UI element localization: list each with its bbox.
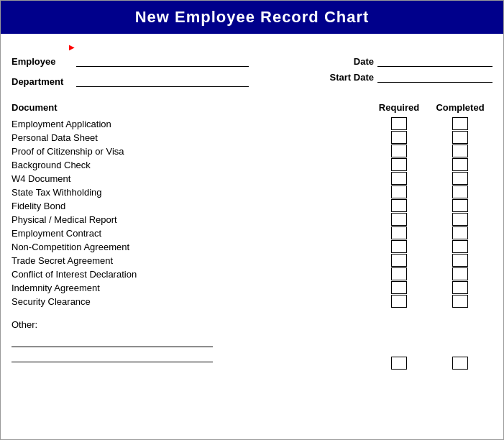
completed-checkbox-5[interactable] xyxy=(452,185,468,198)
required-checkbox-3[interactable] xyxy=(391,158,407,171)
completed-checkbox-10[interactable] xyxy=(452,254,468,267)
doc-item-name: Employment Application xyxy=(12,118,370,130)
doc-row: Conflict of Interest Declaration xyxy=(12,267,492,280)
completed-checkbox-cell xyxy=(428,267,492,280)
required-checkbox-10[interactable] xyxy=(391,254,407,267)
completed-checkbox-cell xyxy=(428,172,492,185)
completed-checkbox-6[interactable] xyxy=(452,199,468,212)
completed-checkbox-cell xyxy=(428,131,492,144)
completed-checkbox-cell xyxy=(428,226,492,239)
required-checkbox-0[interactable] xyxy=(391,117,407,130)
doc-item-name: State Tax Withholding xyxy=(12,186,370,198)
doc-row: Indemnity Agreement xyxy=(12,281,492,294)
required-checkbox-5[interactable] xyxy=(391,185,407,198)
required-checkbox-9[interactable] xyxy=(391,240,407,253)
completed-checkbox-cell xyxy=(428,240,492,253)
completed-checkbox-1[interactable] xyxy=(452,131,468,144)
other-section: Other: xyxy=(1,308,503,370)
completed-checkbox-8[interactable] xyxy=(452,226,468,239)
required-checkbox-cell xyxy=(370,185,428,198)
required-checkbox-7[interactable] xyxy=(391,213,407,226)
required-checkbox-cell xyxy=(370,281,428,294)
other-line-2[interactable] xyxy=(12,351,213,362)
required-checkbox-cell xyxy=(370,199,428,212)
start-date-input[interactable] xyxy=(377,71,492,83)
doc-row: W4 Document xyxy=(12,172,492,185)
doc-item-name: Fidelity Bond xyxy=(12,200,370,212)
required-checkbox-cell xyxy=(370,213,428,226)
other-checkboxes xyxy=(370,357,492,370)
doc-item-name: Proof of Citizenship or Visa xyxy=(12,145,370,157)
doc-row: Security Clearance xyxy=(12,295,492,308)
other-row: Other: xyxy=(12,319,492,370)
completed-checkbox-9[interactable] xyxy=(452,240,468,253)
date-label: Date xyxy=(320,56,374,67)
completed-checkbox-7[interactable] xyxy=(452,213,468,226)
required-checkbox-cell xyxy=(370,172,428,185)
red-mark: ▶ xyxy=(69,43,75,51)
other-completed-checkbox[interactable] xyxy=(452,357,468,370)
document-col-header: Document xyxy=(12,102,58,113)
page-container: New Employee Record Chart ▶ Employee Dep… xyxy=(0,0,504,440)
completed-checkbox-12[interactable] xyxy=(452,281,468,294)
completed-checkbox-cell xyxy=(428,254,492,267)
required-checkbox-cell xyxy=(370,145,428,157)
other-required-checkbox[interactable] xyxy=(391,357,407,370)
right-fields: Date Start Date xyxy=(320,55,492,83)
required-checkbox-6[interactable] xyxy=(391,199,407,212)
left-fields: Employee Department xyxy=(12,55,249,91)
doc-item-name: Physical / Medical Report xyxy=(12,214,370,226)
employee-label: Employee xyxy=(12,56,76,67)
required-checkbox-12[interactable] xyxy=(391,281,407,294)
other-label: Other: xyxy=(12,319,213,330)
completed-checkbox-cell xyxy=(428,117,492,130)
start-date-label: Start Date xyxy=(320,72,374,83)
doc-item-name: Non-Competition Agreement xyxy=(12,241,370,253)
department-label: Department xyxy=(12,76,76,87)
completed-checkbox-11[interactable] xyxy=(452,267,468,280)
doc-row: Non-Competition Agreement xyxy=(12,240,492,253)
doc-rows-container: Employment ApplicationPersonal Data Shee… xyxy=(12,117,492,308)
completed-checkbox-3[interactable] xyxy=(452,158,468,171)
required-checkbox-cell xyxy=(370,158,428,171)
required-checkbox-4[interactable] xyxy=(391,172,407,185)
top-fields-section: Employee Department Date Start Date xyxy=(1,50,503,91)
red-mark-area: ▶ xyxy=(1,41,503,50)
required-checkbox-13[interactable] xyxy=(391,295,407,308)
required-checkbox-cell xyxy=(370,267,428,280)
doc-item-name: Personal Data Sheet xyxy=(12,132,370,144)
completed-checkbox-cell xyxy=(428,185,492,198)
start-date-field-row: Start Date xyxy=(320,71,492,83)
doc-row: Background Check xyxy=(12,158,492,171)
employee-input[interactable] xyxy=(76,55,249,67)
doc-item-name: Conflict of Interest Declaration xyxy=(12,268,370,280)
required-checkbox-11[interactable] xyxy=(391,267,407,280)
required-checkbox-1[interactable] xyxy=(391,131,407,144)
doc-item-name: Background Check xyxy=(12,159,370,171)
completed-checkbox-2[interactable] xyxy=(452,145,468,157)
completed-checkbox-4[interactable] xyxy=(452,172,468,185)
doc-header-row: Document Required Completed xyxy=(12,102,492,113)
doc-item-name: Employment Contract xyxy=(12,227,370,239)
completed-checkbox-13[interactable] xyxy=(452,295,468,308)
doc-item-name: Security Clearance xyxy=(12,295,370,308)
doc-item-name: W4 Document xyxy=(12,173,370,185)
required-checkbox-2[interactable] xyxy=(391,145,407,157)
completed-checkbox-cell xyxy=(428,158,492,171)
doc-row: Employment Application xyxy=(12,117,492,130)
employee-field-row: Employee xyxy=(12,55,249,67)
required-checkbox-8[interactable] xyxy=(391,226,407,239)
date-input[interactable] xyxy=(377,55,492,67)
doc-row: State Tax Withholding xyxy=(12,185,492,198)
required-checkbox-cell xyxy=(370,254,428,267)
doc-row: Personal Data Sheet xyxy=(12,131,492,144)
completed-checkbox-cell xyxy=(428,199,492,212)
department-input[interactable] xyxy=(76,75,249,87)
doc-item-name: Trade Secret Agreement xyxy=(12,255,370,267)
completed-col-header: Completed xyxy=(436,102,484,113)
other-line-1[interactable] xyxy=(12,336,213,347)
completed-checkbox-0[interactable] xyxy=(452,117,468,130)
other-lines xyxy=(12,336,213,362)
other-completed-group xyxy=(428,357,492,370)
doc-row: Employment Contract xyxy=(12,226,492,239)
